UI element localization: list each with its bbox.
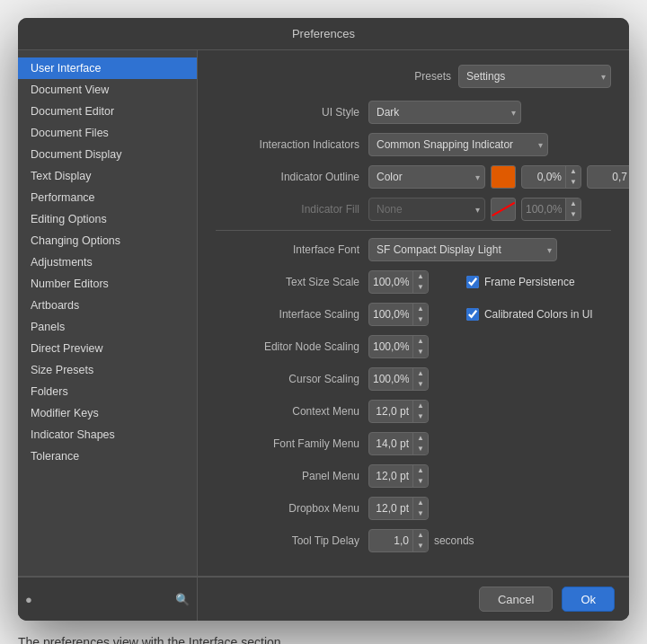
- interface-scaling-spinners: ▲ ▼: [412, 304, 428, 325]
- sidebar-item-changing-options[interactable]: Changing Options: [18, 230, 197, 251]
- indicator-outline-type-select[interactable]: Color: [368, 165, 485, 189]
- indicator-outline-controls: Color ▲ ▼ ▲: [368, 165, 629, 189]
- context-menu-input[interactable]: [369, 405, 412, 418]
- indicator-fill-pct-up: ▲: [566, 198, 581, 209]
- dialog-body: User Interface Document View Document Ed…: [18, 50, 629, 576]
- indicator-fill-pct-down: ▼: [566, 209, 581, 220]
- interface-font-dropdown-wrapper: SF Compact Display Light: [368, 238, 557, 261]
- sidebar-search-input[interactable]: [36, 593, 175, 605]
- context-menu-spinners: ▲ ▼: [412, 401, 428, 422]
- cursor-scaling-input[interactable]: [369, 373, 412, 385]
- font-family-menu-up[interactable]: ▲: [413, 433, 428, 444]
- text-size-scale-up[interactable]: ▲: [413, 271, 428, 282]
- indicator-fill-type-select[interactable]: None: [368, 198, 485, 221]
- cursor-scaling-wrapper: ▲ ▼: [368, 367, 429, 391]
- tooltip-delay-up[interactable]: ▲: [413, 530, 428, 541]
- panel-menu-label: Panel Menu: [216, 470, 359, 482]
- interface-font-controls: SF Compact Display Light: [368, 238, 611, 261]
- presets-select[interactable]: Settings: [458, 65, 611, 88]
- interface-scaling-input[interactable]: [369, 308, 412, 321]
- sidebar-item-folders[interactable]: Folders: [18, 381, 197, 402]
- editor-node-scaling-down[interactable]: ▼: [413, 347, 428, 357]
- interface-scaling-down[interactable]: ▼: [413, 314, 428, 325]
- indicator-fill-label: Indicator Fill: [216, 203, 359, 216]
- editor-node-scaling-up[interactable]: ▲: [413, 336, 428, 347]
- dropbox-menu-controls: ▲ ▼: [368, 497, 611, 520]
- sidebar-item-document-editor[interactable]: Document Editor: [18, 101, 197, 122]
- indicator-outline-pct-input[interactable]: [522, 171, 565, 183]
- indicator-fill-pct-input[interactable]: [522, 203, 565, 216]
- sidebar-item-modifier-keys[interactable]: Modifier Keys: [18, 402, 197, 424]
- editor-node-scaling-spinners: ▲ ▼: [412, 336, 428, 357]
- sidebar-item-text-display[interactable]: Text Display: [18, 165, 197, 187]
- calibrated-colors-checkbox-item[interactable]: Calibrated Colors in UI: [466, 308, 593, 321]
- sidebar-item-adjustments[interactable]: Adjustments: [18, 251, 197, 273]
- sidebar-item-performance[interactable]: Performance: [18, 187, 197, 208]
- dropbox-menu-down[interactable]: ▼: [413, 508, 428, 519]
- sidebar-item-user-interface[interactable]: User Interface: [18, 57, 197, 79]
- interface-scaling-row: Interface Scaling ▲ ▼ Calibrated Colors …: [216, 303, 611, 326]
- sidebar-item-direct-preview[interactable]: Direct Preview: [18, 338, 197, 359]
- interface-scaling-up[interactable]: ▲: [413, 304, 428, 314]
- sidebar-item-number-editors[interactable]: Number Editors: [18, 273, 197, 295]
- ui-style-select[interactable]: Dark Light System: [368, 101, 521, 124]
- interaction-indicators-select[interactable]: Common Snapping Indicator: [368, 133, 548, 156]
- font-family-menu-down[interactable]: ▼: [413, 444, 428, 454]
- text-size-scale-down[interactable]: ▼: [413, 282, 428, 293]
- sidebar-item-indicator-shapes[interactable]: Indicator Shapes: [18, 424, 197, 446]
- indicator-fill-pct-wrapper: ▲ ▼: [521, 198, 581, 221]
- panel-menu-down[interactable]: ▼: [413, 476, 428, 487]
- presets-row: Presets Settings: [216, 65, 611, 88]
- dropbox-menu-up[interactable]: ▲: [413, 498, 428, 508]
- tooltip-delay-controls: ▲ ▼ seconds: [368, 529, 611, 552]
- tooltip-delay-input[interactable]: [369, 534, 412, 547]
- tooltip-delay-down[interactable]: ▼: [413, 541, 428, 551]
- sidebar-item-panels[interactable]: Panels: [18, 316, 197, 338]
- ok-button[interactable]: Ok: [562, 587, 615, 612]
- sidebar-item-editing-options[interactable]: Editing Options: [18, 208, 197, 230]
- dropbox-menu-input[interactable]: [369, 502, 412, 515]
- indicator-fill-color-swatch: [491, 198, 516, 221]
- cursor-scaling-up[interactable]: ▲: [413, 368, 428, 379]
- sidebar-item-document-files[interactable]: Document Files: [18, 122, 197, 144]
- indicator-outline-color-swatch[interactable]: [491, 165, 516, 189]
- frame-persistence-checkbox[interactable]: [466, 276, 479, 288]
- dropbox-menu-row: Dropbox Menu ▲ ▼: [216, 497, 611, 520]
- sidebar-item-document-view[interactable]: Document View: [18, 79, 197, 101]
- indicator-fill-controls: None ▲ ▼: [368, 198, 611, 221]
- panel-menu-row: Panel Menu ▲ ▼: [216, 464, 611, 488]
- dropbox-menu-label: Dropbox Menu: [216, 502, 359, 515]
- presets-dropdown-wrapper: Settings: [458, 65, 611, 88]
- indicator-outline-row: Indicator Outline Color ▲ ▼: [216, 165, 611, 189]
- indicator-outline-pct-down[interactable]: ▼: [566, 177, 581, 188]
- indicator-outline-num-input[interactable]: [588, 171, 629, 183]
- sidebar-item-artboards[interactable]: Artboards: [18, 295, 197, 316]
- interface-font-select[interactable]: SF Compact Display Light: [368, 238, 557, 261]
- presets-label: Presets: [414, 70, 451, 83]
- text-size-scale-input[interactable]: [369, 276, 412, 288]
- editor-node-scaling-row: Editor Node Scaling ▲ ▼: [216, 335, 611, 358]
- calibrated-colors-checkbox[interactable]: [466, 308, 479, 321]
- calibrated-colors-label: Calibrated Colors in UI: [484, 308, 593, 321]
- editor-node-scaling-input[interactable]: [369, 340, 412, 353]
- text-size-scale-wrapper: ▲ ▼: [368, 270, 429, 294]
- cursor-scaling-down[interactable]: ▼: [413, 379, 428, 390]
- sidebar-item-tolerance[interactable]: Tolerance: [18, 446, 197, 467]
- frame-persistence-checkbox-item[interactable]: Frame Persistence: [466, 276, 575, 288]
- cursor-scaling-controls: ▲ ▼: [368, 367, 611, 391]
- font-family-menu-input[interactable]: [369, 437, 412, 450]
- indicator-outline-pct-up[interactable]: ▲: [566, 166, 581, 177]
- panel-menu-input[interactable]: [369, 470, 412, 482]
- indicator-outline-num-wrapper: ▲ ▼: [587, 165, 629, 189]
- sidebar-item-document-display[interactable]: Document Display: [18, 144, 197, 165]
- sidebar-item-size-presets[interactable]: Size Presets: [18, 359, 197, 381]
- sidebar: User Interface Document View Document Ed…: [18, 50, 198, 576]
- indicator-outline-pct-spinners: ▲ ▼: [565, 166, 581, 188]
- context-menu-up[interactable]: ▲: [413, 401, 428, 411]
- context-menu-down[interactable]: ▼: [413, 411, 428, 422]
- frame-persistence-label: Frame Persistence: [484, 276, 575, 288]
- interface-scaling-wrapper: ▲ ▼: [368, 303, 429, 326]
- cancel-button[interactable]: Cancel: [479, 587, 553, 612]
- context-menu-wrapper: ▲ ▼: [368, 400, 429, 423]
- panel-menu-up[interactable]: ▲: [413, 465, 428, 476]
